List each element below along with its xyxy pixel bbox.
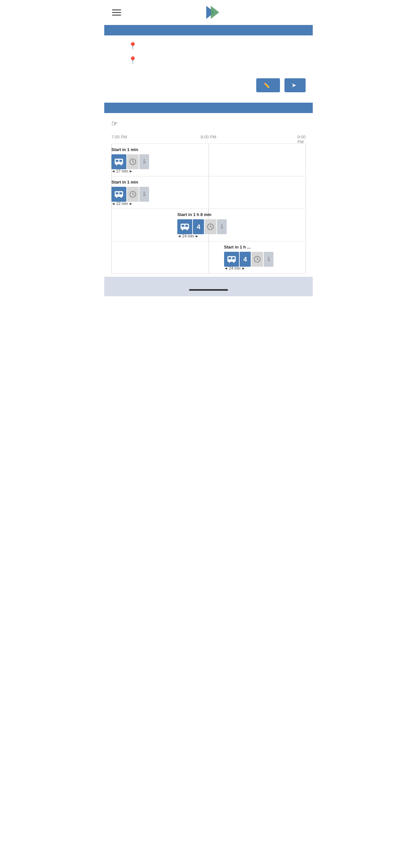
logo-arrows	[206, 6, 221, 19]
hamburger-line-2	[112, 12, 121, 13]
transfer-icon-box-0	[127, 154, 139, 169]
trip-option-row-0[interactable]: Start in 1 min ◄27 min►	[111, 144, 306, 176]
to-row: 📍	[111, 56, 306, 65]
svg-rect-16	[120, 192, 122, 194]
svg-rect-38	[232, 257, 235, 259]
svg-rect-37	[228, 257, 231, 259]
svg-rect-17	[115, 195, 123, 196]
option-duration-label-1: ◄22 min►	[111, 202, 133, 206]
transit-block-0	[111, 154, 149, 169]
timeline-wrapper: 7:00 PM8:00 PM9:00 PM Start in 1 min ◄27…	[111, 134, 306, 274]
svg-point-41	[233, 261, 234, 263]
grid-line-50	[208, 176, 209, 209]
hand-pointer-icon: ☞	[111, 120, 118, 128]
trip-summary-header	[104, 25, 313, 35]
svg-rect-6	[115, 163, 123, 164]
transfer-icon-box-2	[204, 219, 216, 234]
svg-line-11	[133, 162, 134, 162]
transfer-icon-box-1	[127, 187, 139, 202]
option-start-label-3: Start in 1 h ...	[224, 245, 251, 249]
route-num-box-3: 4	[240, 252, 251, 267]
duration-text-0: 27 min	[116, 169, 128, 174]
trip-summary-body: 📍 📍 ✏️ ➤	[104, 35, 313, 103]
transit-block-2: 4	[177, 219, 227, 234]
time-label-2: 9:00 PM	[297, 134, 306, 144]
option-start-label-1: Start in 1 min	[111, 180, 138, 185]
option-start-label-2: Start in 1 h 8 min	[177, 212, 212, 217]
hamburger-line-3	[112, 14, 121, 16]
svg-point-8	[121, 164, 122, 165]
grid-line-0	[111, 209, 112, 241]
click-hint: ☞	[111, 120, 306, 128]
trip-option-row-1[interactable]: Start in 1 min ◄22 min►	[111, 176, 306, 209]
option-duration-label-3: ◄24 min►	[224, 266, 246, 271]
svg-point-45	[268, 257, 269, 258]
trip-option-row-2[interactable]: Start in 1 h 8 min 4 ◄24 min►	[111, 209, 306, 241]
svg-point-34	[221, 224, 222, 225]
grid-line-100	[306, 176, 306, 209]
svg-rect-39	[228, 260, 236, 261]
to-label	[111, 56, 128, 57]
route-num-box-2: 4	[193, 219, 204, 234]
modify-button[interactable]: ✏️	[256, 78, 280, 92]
app-logo	[122, 6, 306, 19]
svg-point-23	[143, 192, 145, 193]
svg-point-19	[121, 196, 122, 198]
app-header	[104, 0, 313, 25]
right-arrow-icon: ►	[129, 169, 133, 174]
transit-block-1	[111, 187, 149, 202]
option-duration-label-0: ◄27 min►	[111, 169, 133, 174]
bus-icon-box-0	[111, 154, 126, 169]
grid-line-100	[306, 241, 306, 273]
transit-block-3: 4	[224, 252, 274, 267]
left-arrow-icon: ◄	[111, 169, 115, 174]
time-label-0: 7:00 PM	[111, 134, 127, 140]
svg-point-40	[229, 261, 230, 263]
trip-options-body: ☞ 7:00 PM8:00 PM9:00 PM Start in 1 min ◄…	[104, 113, 313, 277]
logo-arrow-svg	[206, 6, 221, 19]
grid-line-100	[306, 209, 306, 241]
walk-icon-box-0	[139, 154, 149, 169]
grid-line-50	[208, 241, 209, 273]
bus-icon-box-2	[177, 219, 192, 234]
walk-icon-box-2	[217, 219, 227, 234]
hamburger-line-1	[112, 9, 121, 10]
svg-rect-15	[116, 192, 118, 194]
transfer-icon-box-3	[251, 252, 263, 267]
grid-line-50	[208, 144, 209, 176]
new-trip-button[interactable]: ➤	[285, 78, 306, 92]
svg-rect-27	[186, 225, 188, 227]
right-arrow-icon: ►	[129, 202, 133, 206]
svg-rect-26	[182, 225, 185, 227]
bus-icon-box-1	[111, 187, 126, 202]
duration-text-1: 22 min	[116, 202, 128, 206]
svg-line-22	[133, 194, 134, 195]
trip-options-header	[104, 103, 313, 113]
right-arrow-icon: ►	[242, 266, 246, 271]
option-duration-label-2: ◄24 min►	[177, 234, 199, 239]
walk-icon-box-3	[264, 252, 274, 267]
from-pin-icon: 📍	[128, 42, 137, 50]
option-start-label-0: Start in 1 min	[111, 147, 138, 152]
from-label	[111, 42, 128, 43]
time-label-1: 8:00 PM	[201, 134, 216, 140]
to-pin-icon: 📍	[128, 56, 137, 65]
send-icon: ➤	[292, 82, 296, 88]
option-rows-container: Start in 1 min ◄27 min►Start in 1 min	[111, 144, 306, 274]
svg-line-33	[211, 227, 212, 227]
svg-line-44	[257, 259, 258, 260]
svg-point-29	[182, 229, 183, 230]
grid-line-100	[306, 144, 306, 176]
pencil-icon: ✏️	[263, 82, 270, 88]
svg-point-30	[186, 229, 188, 230]
svg-point-18	[116, 196, 117, 198]
from-row: 📍	[111, 42, 306, 50]
svg-rect-28	[181, 228, 189, 229]
bottom-bar	[104, 277, 313, 296]
trip-option-row-3[interactable]: Start in 1 h ... 4 ◄24 min►	[111, 241, 306, 274]
bus-icon-box-3	[224, 252, 239, 267]
svg-rect-5	[120, 160, 122, 162]
svg-point-12	[143, 159, 145, 160]
hamburger-menu[interactable]	[111, 8, 122, 17]
left-arrow-icon: ◄	[177, 234, 181, 239]
